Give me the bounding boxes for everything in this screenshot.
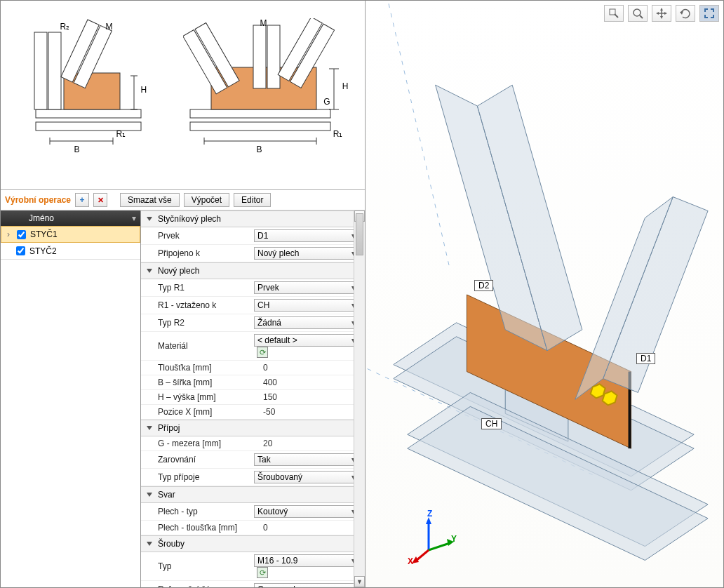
typR1-select[interactable]: Prvek: [254, 281, 359, 294]
tag-d2: D2: [474, 280, 493, 291]
label-M-right: M: [260, 18, 267, 28]
table-row[interactable]: STYČ2: [1, 243, 140, 260]
refline-select[interactable]: Osa x prvku: [254, 583, 359, 587]
axis-z-label: Z: [427, 509, 432, 519]
row-name: STYČ2: [29, 246, 57, 256]
svg-marker-58: [664, 12, 667, 15]
group-gusset[interactable]: Styčníkový plech: [141, 211, 365, 227]
prop-label: H – výška [mm]: [158, 392, 263, 402]
label-H-right: H: [342, 81, 349, 91]
prop-label: Typ: [158, 561, 254, 571]
svg-rect-17: [267, 25, 280, 88]
prop-label: B – šířka [mm]: [158, 377, 263, 387]
ops-grid: Jméno ▾ › STYČ1 STYČ2: [1, 211, 141, 587]
prop-label: Připojeno k: [158, 248, 254, 258]
svg-marker-55: [660, 8, 663, 11]
material-select[interactable]: < default >: [254, 334, 359, 347]
scroll-thumb[interactable]: [356, 213, 363, 255]
svg-line-52: [640, 15, 643, 18]
pan-icon[interactable]: [652, 5, 671, 22]
scroll-down-icon[interactable]: ▼: [354, 576, 365, 587]
add-op-button[interactable]: [75, 193, 89, 207]
group-bolts[interactable]: Šrouby: [141, 535, 365, 552]
prop-label: Prvek: [158, 231, 254, 241]
svg-point-51: [634, 9, 641, 16]
typR2-select[interactable]: Žádná: [254, 316, 359, 329]
label-R1-left: R₁: [116, 129, 126, 139]
svg-marker-41: [591, 384, 605, 398]
prop-label: Typ R1: [158, 283, 254, 293]
grid-header-label: Jméno: [29, 213, 54, 223]
pripojeno-select[interactable]: Nový plech: [254, 247, 359, 260]
r1-select[interactable]: CH: [254, 299, 359, 312]
view-toolbar: [604, 5, 719, 22]
svg-rect-0: [36, 109, 141, 118]
prop-label: Materiál: [158, 341, 254, 351]
delete-op-button[interactable]: [93, 193, 107, 207]
zoom-icon[interactable]: [628, 5, 648, 22]
width-value[interactable]: 400: [263, 377, 359, 387]
svg-line-29: [387, 1, 450, 267]
table-row[interactable]: › STYČ1: [1, 226, 140, 243]
calc-button[interactable]: Výpočet: [184, 193, 229, 207]
label-R1-right: R₁: [333, 129, 343, 139]
clear-all-button[interactable]: Smazat vše: [120, 193, 180, 207]
fullscreen-icon[interactable]: [699, 5, 719, 22]
lower-split: Jméno ▾ › STYČ1 STYČ2 Styčníkový plech P…: [1, 211, 365, 587]
prop-label: Typ R2: [158, 318, 254, 328]
diagram-left: R₂ M H R₁ B: [22, 18, 162, 173]
svg-rect-49: [610, 9, 615, 15]
svg-line-50: [615, 14, 618, 18]
bolttype-select[interactable]: M16 - 10.9: [254, 554, 359, 567]
prvek-select[interactable]: D1: [254, 229, 359, 242]
viewport-3d[interactable]: D2 D1 CH Z Y X: [366, 1, 723, 587]
diagram-area: R₂ M H R₁ B: [1, 1, 365, 190]
prop-label: G - mezera [mm]: [158, 439, 263, 448]
row-checkbox[interactable]: [17, 230, 26, 239]
prop-label: Tloušťka [mm]: [158, 363, 263, 373]
group-weld[interactable]: Svar: [141, 486, 365, 503]
thickness-value[interactable]: 0: [263, 363, 359, 373]
axis-y-label: Y: [451, 534, 457, 544]
prop-label: Pozice X [mm]: [158, 407, 263, 417]
zoom-window-icon[interactable]: [604, 5, 624, 22]
row-checkbox[interactable]: [16, 246, 25, 255]
axis-x-label: X: [408, 556, 413, 566]
prop-label: Typ přípoje: [158, 472, 254, 482]
svg-marker-57: [656, 12, 659, 15]
conntype-select[interactable]: Šroubovaný: [254, 471, 359, 483]
property-panel: Styčníkový plech PrvekD1 Připojeno kNový…: [141, 211, 365, 587]
prop-label: Plech - typ: [158, 507, 254, 516]
group-connection[interactable]: Přípoj: [141, 420, 365, 436]
align-select[interactable]: Tak: [254, 453, 359, 466]
label-B-right: B: [257, 145, 262, 154]
axis-gizmo[interactable]: Z Y X: [408, 512, 464, 568]
tag-ch: CH: [481, 418, 502, 429]
prop-label: Zarovnání: [158, 455, 254, 465]
rotate-icon[interactable]: [676, 5, 695, 22]
prop-label: Referenční čára: [158, 584, 254, 587]
svg-rect-2: [34, 32, 47, 109]
svg-rect-14: [190, 122, 330, 131]
weldthick-value[interactable]: 0: [263, 523, 359, 533]
editor-button[interactable]: Editor: [234, 193, 271, 207]
height-value[interactable]: 150: [263, 392, 359, 402]
prop-label: Plech - tloušťka [mm]: [158, 523, 263, 533]
label-R2: R₂: [60, 22, 70, 32]
posx-value[interactable]: -50: [263, 407, 359, 417]
group-newplate[interactable]: Nový plech: [141, 262, 365, 279]
refresh-icon[interactable]: ⟳: [257, 567, 268, 578]
diagram-right: M H G R₁ B: [183, 18, 344, 173]
gap-value[interactable]: 20: [263, 439, 359, 448]
label-B-left: B: [74, 145, 80, 154]
scrollbar[interactable]: ▲ ▼: [354, 211, 365, 587]
filter-icon[interactable]: ▾: [132, 213, 136, 223]
label-G: G: [323, 97, 330, 107]
grid-header[interactable]: Jméno ▾: [1, 211, 140, 226]
refresh-icon[interactable]: ⟳: [257, 347, 268, 358]
weldtype-select[interactable]: Koutový: [254, 505, 359, 518]
svg-rect-16: [253, 25, 266, 88]
viewport-pane[interactable]: D2 D1 CH Z Y X: [366, 1, 723, 587]
prop-label: R1 - vztaženo k: [158, 300, 254, 310]
svg-rect-13: [190, 109, 330, 118]
